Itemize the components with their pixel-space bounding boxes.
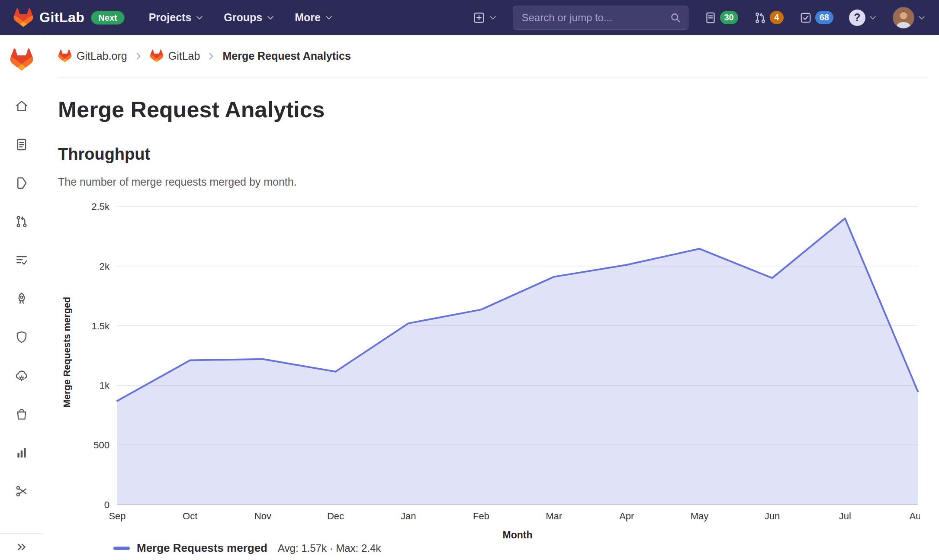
chart-legend[interactable]: Merge Requests merged Avg: 1.57k · Max: … — [113, 541, 928, 555]
svg-text:Month: Month — [503, 529, 533, 541]
merge-requests-counter[interactable]: 4 — [754, 11, 784, 24]
todos-counter[interactable]: 68 — [799, 11, 833, 24]
left-sidebar — [0, 35, 43, 560]
chevron-down-icon — [868, 13, 877, 22]
breadcrumb-gitlab[interactable]: GitLab — [150, 49, 200, 63]
svg-text:Sep: Sep — [109, 511, 125, 521]
svg-text:Aug: Aug — [909, 511, 920, 521]
svg-text:Mar: Mar — [546, 511, 562, 521]
page-title: Merge Request Analytics — [58, 97, 928, 122]
chevron-right-icon — [134, 51, 143, 61]
svg-text:Jan: Jan — [401, 511, 416, 521]
svg-text:1k: 1k — [100, 380, 110, 391]
sidebar-collapse[interactable] — [0, 533, 43, 560]
bookmark-label-icon[interactable] — [15, 176, 29, 190]
gitlab-tanuki-icon — [13, 8, 34, 28]
chevron-down-icon — [489, 13, 497, 22]
sidebar-items — [15, 99, 29, 498]
bar-chart-icon[interactable] — [15, 446, 29, 460]
search-icon — [669, 12, 682, 24]
chevron-down-icon — [195, 13, 204, 22]
svg-text:Nov: Nov — [254, 511, 271, 521]
svg-text:1.5k: 1.5k — [91, 321, 110, 331]
todo-check-icon — [799, 11, 812, 24]
chart-description: The number of merge requests merged by m… — [58, 176, 928, 188]
project-avatar-icon — [150, 49, 164, 63]
home-icon[interactable] — [15, 99, 29, 113]
scissors-icon[interactable] — [15, 484, 29, 498]
search-box — [513, 6, 688, 30]
breadcrumb-current: Merge Request Analytics — [222, 50, 351, 62]
svg-text:Oct: Oct — [183, 511, 197, 521]
next-badge: Next — [91, 11, 124, 25]
search-input[interactable] — [513, 6, 688, 30]
list-check-icon[interactable] — [15, 253, 29, 267]
chevron-right-icon — [206, 51, 216, 61]
legend-stats: Avg: 1.57k · Max: 2.4k — [278, 542, 381, 554]
nav-more-label: More — [295, 11, 321, 24]
throughput-chart: Merge Requests merged 05001k1.5k2k2.5kSe… — [58, 199, 928, 541]
merge-requests-count-badge: 4 — [770, 11, 784, 24]
svg-text:Jul: Jul — [839, 511, 851, 521]
group-avatar-icon — [58, 49, 72, 63]
merge-request-icon[interactable] — [15, 215, 29, 229]
todos-count-badge: 68 — [815, 11, 833, 24]
rocket-icon[interactable] — [15, 292, 29, 306]
main-content: GitLab.org GitLab Merge Request Analytic… — [43, 35, 939, 560]
svg-text:Jun: Jun — [765, 511, 780, 521]
user-menu[interactable] — [893, 7, 926, 29]
help-menu[interactable]: ? — [849, 10, 877, 26]
nav-groups-label: Groups — [224, 11, 262, 24]
plus-square-icon — [473, 11, 486, 24]
issues-counter[interactable]: 30 — [704, 11, 738, 24]
nav-more[interactable]: More — [295, 11, 333, 24]
sidebar-gitlab-logo[interactable] — [10, 48, 34, 71]
breadcrumb-gitlab-label: GitLab — [168, 50, 200, 62]
double-chevron-right-icon — [15, 541, 28, 554]
navbar-right: 30 4 68 ? — [473, 6, 926, 30]
svg-text:May: May — [691, 511, 709, 521]
section-title: Throughput — [58, 145, 928, 164]
legend-label: Merge Requests merged — [137, 541, 267, 555]
area-chart: 05001k1.5k2k2.5kSepOctNovDecJanFebMarApr… — [76, 199, 920, 541]
brand-text: GitLab — [39, 10, 84, 26]
issues-icon — [704, 11, 717, 24]
merge-request-icon — [754, 11, 767, 24]
nav-projects[interactable]: Projects — [149, 11, 204, 24]
avatar — [893, 7, 914, 29]
breadcrumb: GitLab.org GitLab Merge Request Analytic… — [58, 35, 928, 77]
chevron-down-icon — [325, 13, 333, 22]
svg-text:Apr: Apr — [619, 511, 634, 521]
y-axis-title: Merge Requests merged — [58, 199, 76, 506]
primary-nav: Projects Groups More — [149, 11, 333, 24]
gitlab-logo[interactable]: GitLab Next — [13, 8, 125, 28]
svg-text:2k: 2k — [100, 261, 110, 272]
svg-text:0: 0 — [104, 499, 109, 510]
issues-count-badge: 30 — [720, 11, 738, 24]
svg-text:2.5k: 2.5k — [91, 201, 110, 212]
svg-text:Feb: Feb — [473, 511, 489, 521]
svg-text:500: 500 — [93, 440, 109, 451]
cloud-gear-icon[interactable] — [15, 369, 29, 383]
breadcrumb-gitlab-org-label: GitLab.org — [77, 50, 127, 62]
svg-text:Dec: Dec — [327, 511, 344, 521]
nav-groups[interactable]: Groups — [224, 11, 275, 24]
new-menu[interactable] — [473, 11, 497, 24]
chevron-down-icon — [266, 13, 275, 22]
app-body: GitLab.org GitLab Merge Request Analytic… — [0, 35, 939, 560]
top-navbar: GitLab Next Projects Groups More — [0, 0, 939, 35]
chevron-down-icon — [917, 13, 926, 22]
legend-swatch — [113, 547, 130, 550]
shield-icon[interactable] — [15, 330, 29, 344]
bag-icon[interactable] — [15, 407, 29, 421]
nav-projects-label: Projects — [149, 11, 192, 24]
breadcrumb-gitlab-org[interactable]: GitLab.org — [58, 49, 127, 63]
help-icon: ? — [849, 10, 865, 26]
file-text-icon[interactable] — [15, 138, 29, 151]
